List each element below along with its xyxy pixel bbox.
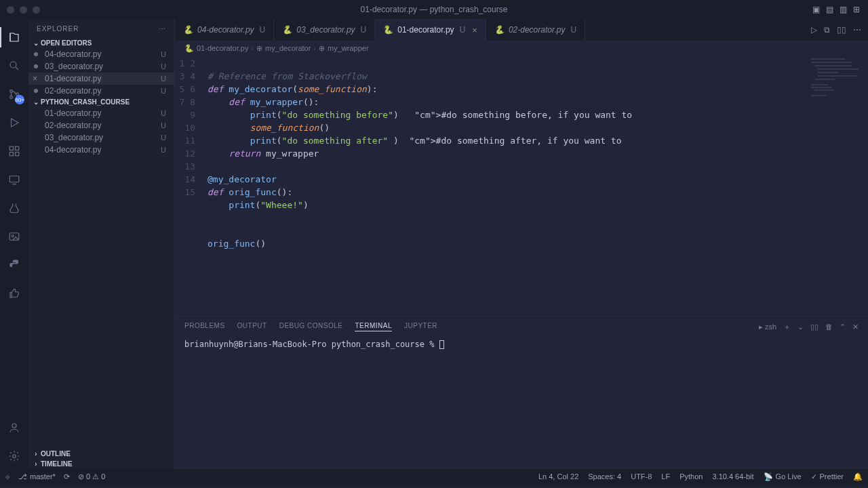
close-icon[interactable]: × (472, 25, 477, 35)
remote-activity[interactable] (0, 167, 28, 192)
minimize-window-icon[interactable] (20, 6, 27, 14)
project-section[interactable]: ⌄ PYTHON_CRASH_COURSE (28, 97, 174, 107)
line-gutter[interactable]: 1 2 3 4 5 6 7 8 9 10 11 12 13 14 15 (175, 56, 208, 316)
git-branch[interactable]: ⎇ master* (18, 472, 56, 481)
layout-right-icon[interactable]: ▥ (840, 5, 849, 14)
chevron-down-icon: ⌄ (31, 98, 41, 106)
prettier-status[interactable]: ✓ Prettier (811, 472, 844, 481)
svg-rect-20 (811, 84, 828, 85)
statusbar: ⟐ ⎇ master* ⟳ ⊘ 0 ⚠ 0 Ln 4, Col 22 Space… (0, 469, 868, 484)
breadcrumb[interactable]: 🐍 01-decorator.py › ⊕ my_decorator › ⊕ m… (175, 41, 868, 56)
testing-activity[interactable] (0, 195, 28, 221)
file-item[interactable]: 01-decorator.pyU (28, 107, 174, 119)
editor-tabs: 🐍04-decorator.pyU🐍03_decorator.pyU🐍01-de… (175, 19, 868, 41)
open-editor-item[interactable]: 04-decorator.pyU (28, 48, 174, 60)
panel-tab-output[interactable]: OUTPUT (237, 322, 267, 331)
split-terminal-icon[interactable]: ▯▯ (810, 323, 818, 331)
more-actions-icon[interactable]: ⋯ (853, 25, 861, 35)
svg-rect-22 (814, 89, 833, 91)
run-icon[interactable]: ▷ (811, 25, 817, 35)
file-item[interactable]: 02-decorator.pyU (28, 119, 174, 131)
terminal[interactable]: brianhuynh@Brians-MacBook-Pro python_cra… (175, 337, 868, 469)
scm-badge: 60+ (15, 95, 24, 104)
indentation[interactable]: Spaces: 4 (588, 472, 621, 481)
open-editor-item[interactable]: ×01-decorator.pyU (28, 73, 174, 85)
svg-point-1 (10, 90, 13, 93)
notifications-icon[interactable]: 🔔 (853, 472, 863, 481)
thumbs-activity[interactable] (0, 281, 28, 306)
close-panel-icon[interactable]: ✕ (852, 323, 859, 331)
code-editor[interactable]: # Reference from Stackoverflow def my_de… (208, 56, 868, 316)
cursor-position[interactable]: Ln 4, Col 22 (538, 472, 578, 481)
close-icon[interactable]: × (33, 74, 37, 83)
python-interpreter[interactable]: 3.10.4 64-bit (712, 472, 753, 481)
eol[interactable]: LF (661, 472, 670, 481)
window-title: 01-decorator.py — python_crash_course (361, 5, 508, 14)
search-activity[interactable] (0, 53, 28, 79)
panel-tab-problems[interactable]: PROBLEMS (184, 322, 225, 331)
layout-panel-icon[interactable]: ▤ (826, 5, 835, 14)
go-live[interactable]: 📡 Go Live (764, 472, 802, 481)
svg-rect-15 (814, 65, 852, 66)
open-editor-item[interactable]: 03_decorator.pyU (28, 60, 174, 73)
svg-rect-5 (16, 146, 19, 150)
layout-custom-icon[interactable]: ⊞ (853, 5, 863, 14)
media-activity[interactable] (0, 224, 28, 249)
editor-tab[interactable]: 🐍01-decorator.pyU× (375, 19, 486, 41)
function-icon: ⊕ (256, 44, 262, 53)
kill-terminal-icon[interactable]: 🗑 (825, 323, 833, 331)
run-debug-activity[interactable] (0, 110, 28, 136)
more-icon[interactable]: ⋯ (159, 25, 166, 33)
split-editor-icon[interactable]: ▯▯ (837, 25, 846, 35)
encoding[interactable]: UTF-8 (631, 472, 652, 481)
git-sync[interactable]: ⟳ (64, 472, 70, 481)
editor-tab[interactable]: 🐍02-decorator.pyU (486, 19, 585, 41)
svg-rect-6 (9, 152, 13, 156)
extensions-activity[interactable] (0, 138, 28, 164)
python-activity[interactable] (0, 252, 28, 278)
outline-section[interactable]: › OUTLINE (28, 449, 174, 459)
file-item[interactable]: 03_decorator.pyU (28, 131, 174, 144)
settings-activity[interactable] (0, 443, 28, 469)
modified-dot-icon (34, 52, 38, 56)
file-item[interactable]: 04-decorator.pyU (28, 144, 174, 156)
python-file-icon: 🐍 (184, 44, 194, 53)
open-editors-section[interactable]: ⌄ OPEN EDITORS (28, 38, 174, 48)
modified-dot-icon (34, 89, 38, 93)
explorer-sidebar: EXPLORER ⋯ ⌄ OPEN EDITORS 04-decorator.p… (28, 19, 175, 469)
explorer-activity[interactable] (0, 24, 28, 50)
maximize-panel-icon[interactable]: ⌃ (840, 323, 846, 331)
timeline-section[interactable]: › TIMELINE (28, 459, 174, 469)
panel-tab-jupyter[interactable]: JUPYTER (404, 322, 437, 331)
svg-rect-16 (818, 68, 859, 70)
modified-dot-icon (34, 64, 38, 68)
terminal-shell-label[interactable]: ▸ zsh (759, 323, 776, 331)
svg-point-10 (12, 235, 14, 237)
language-mode[interactable]: Python (679, 472, 703, 481)
python-file-icon: 🐍 (183, 25, 193, 35)
accounts-activity[interactable] (0, 415, 28, 441)
python-file-icon: 🐍 (383, 25, 393, 35)
function-icon: ⊕ (319, 44, 325, 53)
python-file-icon: 🐍 (282, 25, 292, 35)
svg-rect-21 (811, 87, 831, 88)
layout-sidebar-icon[interactable]: ▣ (812, 5, 822, 14)
editor-tab[interactable]: 🐍04-decorator.pyU (175, 19, 274, 41)
zoom-window-icon[interactable] (33, 6, 40, 14)
scm-activity[interactable]: 60+ (0, 81, 28, 107)
traffic-lights (7, 6, 40, 14)
editor-area: 🐍04-decorator.pyU🐍03_decorator.pyU🐍01-de… (175, 19, 868, 469)
new-terminal-icon[interactable]: ＋ (783, 322, 791, 332)
panel-tab-debug-console[interactable]: DEBUG CONSOLE (279, 322, 343, 331)
diff-icon[interactable]: ⧉ (824, 25, 830, 35)
editor-tab[interactable]: 🐍03_decorator.pyU (274, 19, 375, 41)
terminal-dropdown-icon[interactable]: ⌄ (797, 323, 804, 331)
close-window-icon[interactable] (7, 6, 14, 14)
panel-tab-terminal[interactable]: TERMINAL (355, 322, 392, 331)
open-editor-item[interactable]: 02-decorator.pyU (28, 85, 174, 97)
minimap[interactable] (811, 58, 865, 99)
svg-rect-17 (818, 72, 838, 73)
problems-status[interactable]: ⊘ 0 ⚠ 0 (78, 472, 105, 481)
titlebar: 01-decorator.py — python_crash_course ▣ … (0, 0, 868, 19)
remote-indicator[interactable]: ⟐ (5, 472, 10, 481)
